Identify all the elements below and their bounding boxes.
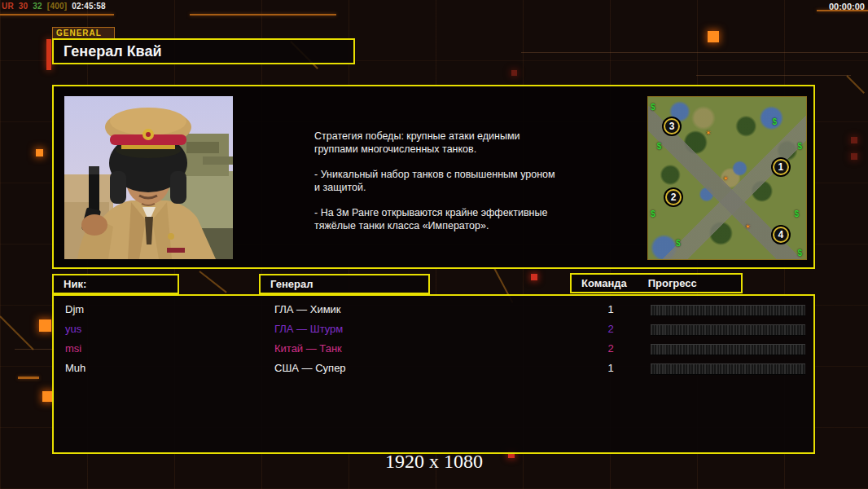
player-progress-bar bbox=[651, 324, 805, 336]
strategy-description: Стратегия победы: крупные атаки едиными … bbox=[314, 130, 591, 244]
deco-line bbox=[0, 14, 114, 15]
minimap: 3 1 2 4 $ $ $ $ $ $ $ $ ✶ ✶ ✶ bbox=[647, 96, 807, 260]
player-nick: yus bbox=[65, 323, 81, 335]
header-label: Прогресс bbox=[648, 277, 697, 289]
minimap-cash-icon: $ bbox=[676, 239, 681, 248]
minimap-cash-icon: $ bbox=[797, 249, 802, 258]
debug-fps: 30 bbox=[19, 2, 28, 11]
deco-line bbox=[15, 349, 55, 350]
tab-general: GENERAL bbox=[52, 27, 115, 38]
minimap-cash-icon: $ bbox=[795, 209, 800, 218]
deco-square bbox=[851, 153, 857, 160]
table-row: Djm ГЛА — Химик 1 bbox=[54, 300, 813, 319]
minimap-cash-icon: $ bbox=[797, 141, 802, 150]
debug-ur: UR bbox=[2, 2, 14, 11]
deco-square bbox=[511, 70, 517, 76]
general-portrait-illustration bbox=[64, 96, 233, 259]
player-general: ГЛА — Штурм bbox=[274, 323, 343, 335]
player-progress-bar bbox=[651, 363, 805, 375]
header-label: Ник: bbox=[54, 278, 86, 290]
deco-trace bbox=[199, 271, 226, 293]
minimap-hazard-icon: ✶ bbox=[705, 129, 712, 137]
player-nick: Muh bbox=[65, 362, 85, 374]
player-general: США — Супер bbox=[274, 362, 346, 374]
general-profile-panel: Стратегия победы: крупные атаки едиными … bbox=[52, 85, 815, 269]
general-portrait bbox=[64, 96, 233, 259]
player-general: ГЛА — Химик bbox=[274, 303, 341, 315]
player-progress-bar bbox=[651, 344, 805, 355]
description-paragraph: - На 3м Ранге открываются крайне эффекти… bbox=[314, 206, 591, 232]
minimap-hazard-icon: ✶ bbox=[744, 222, 751, 231]
general-title-box: Генерал Квай bbox=[52, 38, 355, 64]
minimap-hazard-icon: ✶ bbox=[722, 174, 729, 183]
screen-background: UR 30 32 [400] 02:45:58 00:00:00 GENERAL… bbox=[0, 0, 868, 489]
header-label: Команда bbox=[572, 277, 627, 289]
players-table: Djm ГЛА — Химик 1 yus ГЛА — Штурм 2 msi … bbox=[52, 294, 815, 454]
deco-trace bbox=[846, 75, 865, 94]
player-nick: msi bbox=[65, 342, 81, 355]
minimap-cash-icon: $ bbox=[772, 117, 777, 126]
description-paragraph: Стратегия победы: крупные атаки едиными … bbox=[314, 130, 591, 156]
deco-square bbox=[36, 149, 43, 156]
description-paragraph: - Уникальный набор танков с повышенным у… bbox=[314, 168, 591, 194]
minimap-cash-icon: $ bbox=[657, 141, 662, 150]
debug-fps2: 32 bbox=[33, 2, 42, 11]
resolution-label: 1920 x 1080 bbox=[0, 451, 868, 473]
header-label: Генерал bbox=[261, 278, 313, 290]
minimap-start-marker: 3 bbox=[664, 118, 680, 134]
deco-square bbox=[531, 274, 537, 280]
player-team: 2 bbox=[601, 323, 620, 335]
table-row: msi Китай — Танк 2 bbox=[54, 339, 813, 359]
deco-trace bbox=[0, 315, 34, 350]
deco-line bbox=[521, 52, 868, 53]
player-team: 1 bbox=[601, 303, 620, 315]
player-general: Китай — Танк bbox=[274, 342, 342, 355]
column-header-nick: Ник: bbox=[52, 274, 179, 294]
deco-square bbox=[39, 319, 51, 332]
debug-limit: [400] bbox=[47, 2, 67, 11]
deco-square bbox=[708, 31, 719, 42]
minimap-cash-icon: $ bbox=[651, 102, 655, 111]
debug-time: 02:45:58 bbox=[72, 2, 106, 11]
player-progress-bar bbox=[651, 305, 805, 316]
player-nick: Djm bbox=[65, 303, 84, 315]
deco-square bbox=[851, 137, 857, 143]
player-team: 1 bbox=[601, 362, 620, 374]
player-team: 2 bbox=[601, 342, 620, 355]
deco-line bbox=[696, 75, 851, 76]
column-header-general: Генерал bbox=[259, 274, 430, 294]
deco-line bbox=[190, 14, 336, 15]
page-title: Генерал Квай bbox=[54, 43, 162, 60]
table-row: Muh США — Супер 1 bbox=[54, 359, 813, 378]
deco-line bbox=[817, 10, 868, 11]
deco-accent-bar bbox=[46, 39, 51, 70]
minimap-start-marker: 1 bbox=[773, 159, 789, 175]
table-row: yus ГЛА — Штурм 2 bbox=[54, 319, 813, 339]
debug-overlay: UR 30 32 [400] 02:45:58 bbox=[2, 2, 108, 11]
minimap-start-marker: 4 bbox=[773, 227, 789, 243]
minimap-start-marker: 2 bbox=[665, 189, 682, 205]
minimap-cash-icon: $ bbox=[651, 209, 655, 218]
deco-line bbox=[18, 377, 39, 379]
column-header-team-progress: Команда Прогресс bbox=[570, 273, 743, 293]
